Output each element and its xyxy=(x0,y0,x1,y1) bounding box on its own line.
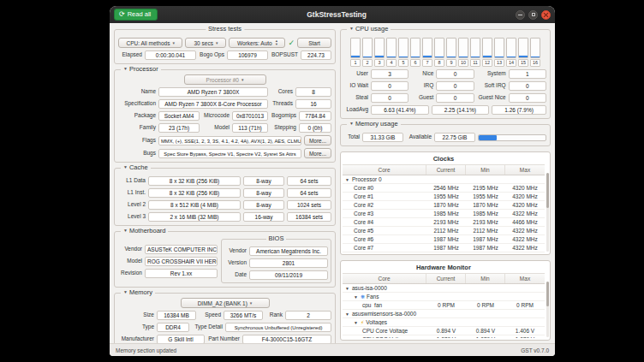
start-button-label: Start xyxy=(308,40,320,46)
tree-cell-name: Core #7 xyxy=(343,245,426,251)
hwmon-scrollbar[interactable] xyxy=(546,282,549,337)
loadavg-5min-field: 2.25 (14.1%) xyxy=(432,105,490,115)
tree-cell-max: 1.406 V xyxy=(505,328,545,334)
tree-group-row[interactable]: ▼⚡Voltages xyxy=(343,318,545,327)
bios-vendor-label: Vendor xyxy=(224,248,247,254)
stress-workers-spinner[interactable]: Workers: Auto ▴ ▾ xyxy=(229,38,285,48)
header-cell-current[interactable]: Current xyxy=(426,165,466,175)
tree-group-row[interactable]: ▼❋Fans xyxy=(343,293,545,301)
cpu-meter-fill xyxy=(471,56,480,57)
section-cpu-usage: ▼ CPU usage 12345678910111213141516 User… xyxy=(340,29,551,119)
more-flags-button[interactable]: More... xyxy=(304,135,331,145)
tree-leaf-row[interactable]: Core #02546 MHz2195 MHz4320 MHz xyxy=(343,184,545,193)
flags-label: Flags xyxy=(118,138,156,144)
close-button[interactable] xyxy=(541,10,551,20)
header-cell-core[interactable]: Core xyxy=(343,274,426,283)
spinner-arrows[interactable]: ▴ ▾ xyxy=(276,39,277,46)
cpu-meter-fill xyxy=(411,56,420,57)
expander-icon[interactable]: ▼ xyxy=(354,294,358,300)
tree-leaf-row[interactable]: CPU SOC Voltage1.079 V1.079 V1.079 V xyxy=(343,335,545,338)
tree-leaf-row[interactable]: Core #61987 MHz1987 MHz4322 MHz xyxy=(343,235,545,244)
expander-icon: ▼ xyxy=(123,290,128,294)
header-cell-current[interactable]: Current xyxy=(426,274,466,283)
type-field: DDR4 xyxy=(157,323,189,332)
stress-duration-select[interactable]: 30 secs ▾ xyxy=(185,38,226,48)
tree-cell-name: ▼⚡Voltages xyxy=(343,319,426,325)
maximize-button[interactable] xyxy=(528,10,538,20)
form-row: Revision Rev 1.xx xyxy=(118,269,218,278)
cpu-meter-trough xyxy=(530,38,540,58)
type-detail-field: Synchronous Unbuffered (Unregistered) xyxy=(225,323,331,332)
tree-group-row[interactable]: ▼asuswmisensors-isa-0000 xyxy=(343,310,545,318)
tree-cell-min: 2195 MHz xyxy=(466,185,505,191)
processor-section-expander[interactable]: ▼ Processor xyxy=(121,66,161,73)
tree-cell-current: 2193 MHz xyxy=(426,219,466,225)
cache-row: Level 2 8 x 512 KiB (4 MiB) 8-way 1024 s… xyxy=(118,200,331,210)
header-cell-core[interactable]: Core xyxy=(343,165,426,175)
tree-leaf-row[interactable]: Core #71987 MHz1987 MHz4322 MHz xyxy=(343,244,545,252)
expander-icon[interactable]: ▼ xyxy=(345,286,349,291)
tree-leaf-row[interactable]: Core #52112 MHz2112 MHz4322 MHz xyxy=(343,227,545,235)
tree-group-row[interactable]: ▼asus-isa-0000 xyxy=(343,284,545,293)
scrollbar-thumb[interactable] xyxy=(546,173,549,208)
cache-size-field: 8 x 32 KiB (256 KiB) xyxy=(148,188,241,198)
memory-usage-section-expander[interactable]: ▼ Memory usage xyxy=(347,121,401,128)
tree-leaf-row[interactable]: CPU Core Voltage0.894 V0.894 V1.406 V xyxy=(343,327,545,335)
section-cache: ▼ Cache L1 Data 8 x 32 KiB (256 KiB) 8-w… xyxy=(114,168,336,226)
cache-level-label: Level 3 xyxy=(118,214,146,220)
expander-icon[interactable]: ▼ xyxy=(345,177,349,182)
start-button[interactable]: Start xyxy=(297,38,331,48)
cpu-core-meter: 3 xyxy=(374,38,385,67)
more-button-label: More... xyxy=(309,138,326,144)
tree-cell-current: 1985 MHz xyxy=(426,211,466,217)
tree-group-row[interactable]: ▼Processor 0 xyxy=(343,175,545,184)
clocks-scrollbar[interactable] xyxy=(546,173,549,252)
more-bugs-button[interactable]: More... xyxy=(304,148,331,158)
stress-tests-title: Stress tests xyxy=(206,26,244,33)
tree-cell-max: 4322 MHz xyxy=(505,245,545,251)
memory-section-expander[interactable]: ▼ Memory xyxy=(121,289,155,296)
form-row: Vendor ASUSTeK COMPUTER INC. xyxy=(118,245,218,254)
cpu-meter-fill xyxy=(459,56,468,57)
cpu-meter-trough xyxy=(470,38,480,58)
header-cell-min[interactable]: Min xyxy=(466,165,505,175)
cores-label: Cores xyxy=(271,89,293,95)
dimm-select[interactable]: DIMM_A2 (BANK 1) ▾ xyxy=(181,298,270,308)
cpu-stats-row: IO Wait 0 IRQ 0 Soft IRQ 0 xyxy=(344,81,546,91)
cpu-core-meter: 15 xyxy=(518,38,528,67)
stress-method-select[interactable]: CPU: All methods ▾ xyxy=(118,38,182,48)
tree-cell-name: ▼asus-isa-0000 xyxy=(343,285,426,291)
tree-row-label: Core #7 xyxy=(354,245,373,251)
tree-leaf-row[interactable]: Core #31985 MHz1985 MHz4322 MHz xyxy=(343,210,545,218)
header-cell-max[interactable]: Max xyxy=(505,165,545,175)
tree-leaf-row[interactable]: cpu_fan0 RPM0 RPM0 RPM xyxy=(343,301,545,310)
scrollbar-thumb[interactable] xyxy=(546,282,549,306)
read-all-button[interactable]: ⟳ Read all xyxy=(114,9,158,21)
rank-field: 2 xyxy=(285,311,331,320)
cpu-core-meter: 13 xyxy=(494,38,504,67)
expander-icon[interactable]: ▼ xyxy=(345,312,349,317)
cpu-core-number: 11 xyxy=(470,59,480,67)
minimize-button[interactable] xyxy=(516,10,525,20)
header-cell-max[interactable]: Max xyxy=(505,274,545,283)
titlebar[interactable]: ⟳ Read all GtkStressTesting xyxy=(110,6,555,23)
processor-select[interactable]: Processor #0 ▾ xyxy=(184,74,266,85)
tree-leaf-row[interactable]: Core #42193 MHz2193 MHz4466 MHz xyxy=(343,218,545,227)
cache-size-field: 8 x 32 KiB (256 KiB) xyxy=(148,176,241,186)
speed-label: Speed xyxy=(199,312,221,318)
tree-cell-name: Core #2 xyxy=(343,202,426,208)
bios-frame: BIOS Vendor American Megatrends Inc. Ver… xyxy=(221,239,331,283)
cpu-stat-field: 1 xyxy=(509,69,546,79)
cpu-core-number: 9 xyxy=(446,59,456,67)
cache-row: L1 Data 8 x 32 KiB (256 KiB) 8-way 64 se… xyxy=(118,176,331,186)
cache-section-expander[interactable]: ▼ Cache xyxy=(121,164,151,171)
tree-leaf-row[interactable]: Core #21870 MHz1870 MHz4320 MHz xyxy=(343,201,545,210)
expander-icon: ▼ xyxy=(349,27,354,31)
expander-icon[interactable]: ▼ xyxy=(354,320,358,325)
header-cell-min[interactable]: Min xyxy=(466,274,505,283)
spin-down-icon[interactable]: ▾ xyxy=(276,43,277,46)
motherboard-section-expander[interactable]: ▼ Motherboard xyxy=(121,228,168,234)
cpu-usage-section-expander[interactable]: ▼ CPU usage xyxy=(347,26,391,33)
tree-leaf-row[interactable]: Core #11955 MHz1955 MHz4320 MHz xyxy=(343,193,545,201)
bios-date-field: 09/11/2019 xyxy=(249,270,328,280)
